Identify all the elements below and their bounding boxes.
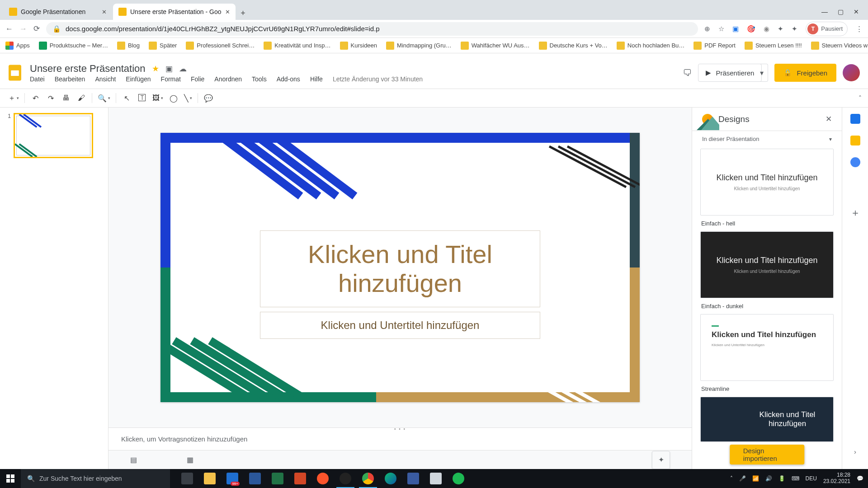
speaker-notes[interactable]: • • • Klicken, um Vortragsnotizen hinzuz… <box>108 427 692 450</box>
profile-button[interactable]: T Pausiert <box>806 22 848 36</box>
window-maximize-button[interactable]: ▢ <box>838 8 844 15</box>
textbox-button[interactable]: 🅃 <box>135 91 149 105</box>
slide[interactable]: Klicken und Titel hinzufügen Klicken und… <box>160 133 640 402</box>
last-edit-label[interactable]: Letzte Änderung vor 33 Minuten <box>333 75 423 83</box>
address-bar[interactable]: 🔒 docs.google.com/presentation/d/1je40CL… <box>46 22 698 36</box>
browser-tab-active[interactable]: Unsere erste Präsentation - Goo ✕ <box>113 4 236 20</box>
close-panel-button[interactable]: ✕ <box>826 114 832 124</box>
close-icon[interactable]: ✕ <box>102 9 107 15</box>
tray-clock[interactable]: 18:28 23.02.2021 <box>823 472 850 485</box>
print-button[interactable]: 🖶 <box>59 91 73 105</box>
taskbar-app-notepad[interactable] <box>425 469 447 488</box>
taskbar-app-explorer[interactable] <box>199 469 221 488</box>
tray-mic-icon[interactable]: 🎤 <box>739 475 746 482</box>
slide-thumbnail[interactable] <box>14 113 93 158</box>
paint-format-button[interactable]: 🖌 <box>75 91 88 105</box>
tray-lang[interactable]: DEU <box>806 475 817 482</box>
cloud-status-icon[interactable]: ☁ <box>179 64 187 74</box>
bookmark-item[interactable]: Kursideen <box>340 42 377 50</box>
reader-icon[interactable]: ▣ <box>732 25 739 33</box>
select-tool-button[interactable]: ↖ <box>120 91 133 105</box>
extension-icon[interactable]: ◉ <box>764 25 769 33</box>
rail-collapse-button[interactable]: › <box>854 448 856 455</box>
slides-logo-icon[interactable] <box>5 63 24 82</box>
tray-volume-icon[interactable]: 🔊 <box>765 475 772 482</box>
taskbar-app-mail[interactable]: 99+ <box>222 469 243 488</box>
task-view-button[interactable] <box>176 469 198 488</box>
account-avatar[interactable] <box>843 64 860 81</box>
new-slide-button[interactable]: ＋▾ <box>6 91 21 105</box>
addons-plus-button[interactable]: ＋ <box>850 206 860 220</box>
menu-ansicht[interactable]: Ansicht <box>95 75 116 83</box>
bookmark-item[interactable]: Noch hochladen Bu… <box>617 42 684 50</box>
line-button[interactable]: ╲▾ <box>182 91 194 105</box>
menu-format[interactable]: Format <box>161 75 181 83</box>
notes-resize-handle[interactable]: • • • <box>394 427 406 432</box>
tray-battery-icon[interactable]: 🔋 <box>778 475 785 482</box>
bookmark-item[interactable]: Professionell Schrei… <box>186 42 255 50</box>
bookmark-item[interactable]: Mindmapping (Gru… <box>386 42 452 50</box>
taskbar-app-edge[interactable] <box>380 469 401 488</box>
bookmark-item[interactable]: Deutsche Kurs + Vo… <box>539 42 608 50</box>
start-button[interactable] <box>0 469 21 488</box>
taskbar-app-powerpoint[interactable] <box>289 469 311 488</box>
menu-einfuegen[interactable]: Einfügen <box>126 75 151 83</box>
taskbar-app-word[interactable] <box>244 469 266 488</box>
comment-tool-button[interactable]: 💬 <box>202 91 215 105</box>
grid-view-button[interactable]: ▦ <box>187 455 193 464</box>
tasks-addon-button[interactable] <box>850 157 860 167</box>
present-dropdown-button[interactable]: ▾ <box>755 64 768 82</box>
import-theme-button[interactable]: Design importieren <box>730 445 805 465</box>
theme-card[interactable]: Klicken und Titel hinzufügen Klicken und… <box>700 149 834 216</box>
bookmark-item[interactable]: Blog <box>117 42 140 50</box>
menu-anordnen[interactable]: Anordnen <box>214 75 242 83</box>
extensions-menu-icon[interactable]: ✦ <box>792 25 797 33</box>
bookmark-item[interactable]: Später <box>149 42 177 50</box>
shape-button[interactable]: ◯ <box>167 91 180 105</box>
browser-menu-button[interactable]: ⋮ <box>856 25 863 33</box>
document-title[interactable]: Unsere erste Präsentation <box>30 63 146 75</box>
taskbar-app-spotify[interactable] <box>448 469 469 488</box>
taskbar-app-chrome[interactable] <box>357 469 379 488</box>
nav-reload-button[interactable]: ⟳ <box>33 24 40 33</box>
zoom-icon[interactable]: ⊕ <box>704 25 710 33</box>
bookmark-item[interactable]: Produktsuche – Mer… <box>39 42 108 50</box>
filmstrip-view-button[interactable]: ▤ <box>130 455 137 464</box>
bookmark-item[interactable]: Wahlfächer WU Aus… <box>461 42 530 50</box>
menu-datei[interactable]: Datei <box>30 75 45 83</box>
nav-forward-button[interactable]: → <box>19 24 27 33</box>
redo-button[interactable]: ↷ <box>44 91 57 105</box>
comments-button[interactable]: 🗨 <box>683 68 692 78</box>
slide-canvas[interactable]: Klicken und Titel hinzufügen Klicken und… <box>108 108 692 427</box>
title-placeholder[interactable]: Klicken und Titel hinzufügen <box>260 230 540 307</box>
keep-addon-button[interactable] <box>850 136 860 145</box>
share-button[interactable]: 🔒 Freigeben <box>774 64 836 82</box>
menu-folie[interactable]: Folie <box>191 75 204 83</box>
tray-keyboard-icon[interactable]: ⌨ <box>792 475 799 482</box>
bookmark-item[interactable]: Steuern Videos wic… <box>811 42 868 50</box>
window-close-button[interactable]: ✕ <box>854 8 859 15</box>
extension-icon[interactable]: 🎯 <box>747 25 755 33</box>
close-icon[interactable]: ✕ <box>225 9 230 15</box>
taskbar-app-obs[interactable] <box>335 469 356 488</box>
bookmark-item[interactable]: PDF Report <box>693 42 736 50</box>
present-button[interactable]: ▶ Präsentieren <box>698 64 762 82</box>
extension-icon[interactable]: ✦ <box>778 25 783 33</box>
explore-button[interactable]: ✦ <box>652 451 670 469</box>
bookmark-item[interactable]: Kreativität und Insp… <box>264 42 330 50</box>
bookmark-item[interactable]: Steuern Lesen !!!! <box>745 42 802 50</box>
theme-card[interactable]: Klicken und Titel hinzufügen Klicken und… <box>700 231 834 298</box>
bookmark-star-icon[interactable]: ☆ <box>718 25 724 33</box>
menu-tools[interactable]: Tools <box>252 75 267 83</box>
tray-notifications-button[interactable]: 💬 <box>857 475 863 482</box>
move-icon[interactable]: ▣ <box>165 64 173 74</box>
taskbar-search[interactable]: 🔍 Zur Suche Text hier eingeben <box>21 469 170 488</box>
tray-overflow-button[interactable]: ˄ <box>730 475 733 482</box>
tray-wifi-icon[interactable]: 📶 <box>752 475 759 482</box>
menu-addons[interactable]: Add-ons <box>277 75 300 83</box>
theme-card[interactable]: Klicken und Titel hinzufügen Klicken und… <box>700 314 834 381</box>
undo-button[interactable]: ↶ <box>28 91 42 105</box>
nav-back-button[interactable]: ← <box>5 24 13 33</box>
theme-card[interactable]: Klicken und Titel hinzufügen <box>700 397 834 442</box>
calendar-addon-button[interactable] <box>850 114 860 124</box>
